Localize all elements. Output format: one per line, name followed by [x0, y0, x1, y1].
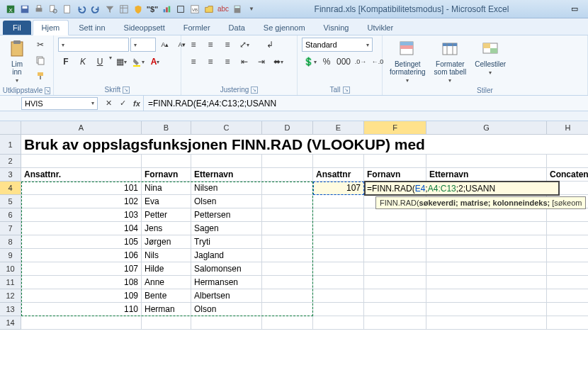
border-icon[interactable] — [174, 3, 187, 16]
orientation-icon[interactable]: ⤢▾ — [237, 38, 252, 52]
dialog-launcher-icon[interactable]: ↘ — [251, 87, 258, 94]
cell[interactable] — [262, 222, 313, 235]
cell[interactable]: Hilde — [142, 262, 191, 276]
cell[interactable] — [191, 155, 262, 168]
row-header[interactable]: 12 — [0, 289, 21, 303]
conditional-formatting-button[interactable]: Betinget formatering▾ — [387, 38, 429, 85]
row-header[interactable]: 1 — [0, 135, 21, 155]
fill-color-button[interactable]: ▾ — [130, 55, 146, 69]
cell-edit-overlay[interactable]: =FINN.RAD(E4;A4:C13;2;USANN — [364, 181, 560, 196]
cell[interactable]: 104 — [21, 222, 142, 235]
cell[interactable] — [313, 303, 364, 316]
align-bottom-icon[interactable]: ≡ — [220, 38, 235, 52]
cell[interactable] — [313, 262, 364, 276]
increase-decimal-icon[interactable]: .0→ — [353, 55, 368, 69]
redo-icon[interactable] — [89, 3, 102, 16]
cell[interactable] — [426, 316, 547, 330]
comma-format-icon[interactable]: 000 — [336, 55, 351, 69]
border-button[interactable]: ▦▾ — [113, 55, 129, 69]
cell[interactable] — [364, 289, 426, 303]
new-icon[interactable] — [61, 3, 74, 16]
tab-sideoppsett[interactable]: Sideoppsett — [115, 21, 174, 35]
accounting-format-icon[interactable]: 💲▾ — [302, 55, 317, 69]
print-icon[interactable] — [33, 3, 45, 16]
font-color-button[interactable]: A▾ — [147, 55, 163, 69]
increase-indent-icon[interactable]: ⇥ — [254, 55, 269, 69]
cell[interactable] — [313, 195, 364, 208]
cell[interactable] — [547, 289, 588, 303]
cell[interactable] — [364, 262, 426, 276]
cell[interactable]: 101 — [21, 182, 142, 195]
cell[interactable]: Salomonsen — [191, 262, 262, 276]
cell[interactable] — [262, 235, 313, 249]
increase-font-icon[interactable]: A▴ — [157, 38, 173, 52]
cell[interactable] — [426, 222, 547, 235]
col-header[interactable]: C — [191, 121, 262, 135]
tab-fil[interactable]: Fil — [3, 21, 31, 35]
cell[interactable] — [547, 208, 588, 222]
cell[interactable] — [547, 262, 588, 276]
cell[interactable] — [262, 208, 313, 222]
cell[interactable] — [313, 208, 364, 222]
row-header[interactable]: 8 — [0, 235, 21, 249]
cell[interactable] — [262, 195, 313, 208]
align-right-icon[interactable]: ≡ — [220, 55, 235, 69]
save-icon[interactable] — [18, 3, 31, 16]
cell[interactable] — [547, 155, 588, 168]
cell[interactable] — [426, 303, 547, 316]
cell[interactable]: Olsen — [191, 195, 262, 208]
freeze-panes-icon[interactable] — [118, 3, 130, 16]
cell[interactable] — [364, 235, 426, 249]
spellcheck-icon[interactable]: abc — [217, 3, 230, 16]
font-select[interactable]: ▾ — [58, 38, 129, 52]
cell[interactable]: Ansattnr. — [21, 168, 142, 182]
cell[interactable]: Etternavn — [191, 168, 262, 182]
minimize-ribbon-icon[interactable]: ▭ — [565, 3, 584, 16]
excel-icon[interactable]: X — [4, 3, 17, 16]
cell[interactable]: Fornavn — [142, 168, 191, 182]
cell[interactable] — [313, 235, 364, 249]
cell[interactable]: Jagland — [191, 249, 262, 262]
cell[interactable]: Ansattnr — [313, 168, 364, 182]
cell[interactable] — [313, 249, 364, 262]
italic-button[interactable]: K — [75, 55, 91, 69]
tab-segjennom[interactable]: Se gjennom — [255, 21, 314, 35]
cell-styles-button[interactable]: Cellestiler▾ — [472, 38, 509, 77]
align-middle-icon[interactable]: ≡ — [203, 38, 218, 52]
col-header[interactable]: A — [21, 121, 142, 135]
cell[interactable] — [313, 276, 364, 289]
col-header[interactable]: D — [262, 121, 313, 135]
select-all-corner[interactable] — [0, 121, 21, 135]
cell[interactable] — [426, 276, 547, 289]
cell[interactable] — [142, 155, 191, 168]
cell[interactable] — [364, 276, 426, 289]
cell[interactable]: 109 — [21, 289, 142, 303]
cell[interactable] — [262, 276, 313, 289]
cell[interactable]: 105 — [21, 235, 142, 249]
decrease-indent-icon[interactable]: ⇤ — [237, 55, 252, 69]
cell[interactable] — [426, 208, 547, 222]
tab-settinn[interactable]: Sett inn — [70, 21, 113, 35]
cell[interactable]: Eva — [142, 195, 191, 208]
cell[interactable]: 107 — [21, 262, 142, 276]
wrap-text-icon[interactable]: ↲ — [262, 38, 278, 52]
cell[interactable] — [547, 249, 588, 262]
underline-button[interactable]: U — [92, 55, 108, 69]
col-header[interactable]: F — [364, 121, 426, 135]
row-header[interactable]: 14 — [0, 316, 21, 330]
row-header[interactable]: 11 — [0, 276, 21, 289]
tab-data[interactable]: Data — [220, 21, 254, 35]
cell[interactable] — [191, 316, 262, 330]
cell[interactable] — [364, 249, 426, 262]
row-header[interactable]: 2 — [0, 155, 21, 168]
cell[interactable] — [364, 155, 426, 168]
row-header[interactable]: 3 — [0, 168, 21, 182]
cell[interactable]: Hermansen — [191, 276, 262, 289]
fx-icon[interactable]: fx — [130, 97, 143, 110]
confirm-edit-icon[interactable]: ✓ — [116, 97, 129, 110]
tab-formler[interactable]: Formler — [175, 21, 219, 35]
number-format-select[interactable]: Standard▾ — [302, 38, 373, 52]
cell[interactable]: Albertsen — [191, 289, 262, 303]
row-header[interactable]: 4 — [0, 182, 21, 195]
cell[interactable] — [426, 235, 547, 249]
